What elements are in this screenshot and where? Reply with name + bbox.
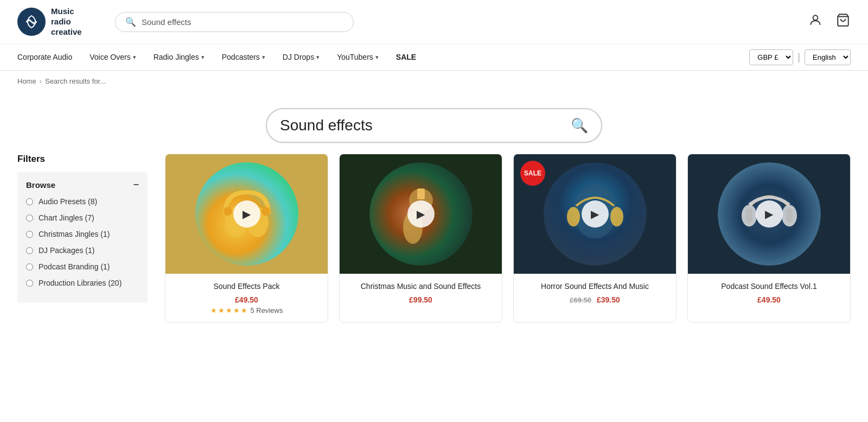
product-name-2: Christmas Music and Sound Effects [347,281,494,292]
chevron-down-icon: ▾ [262,54,265,61]
filter-radio-christmas-jingles[interactable] [26,231,33,238]
logo-text: Music radio creative [51,7,82,37]
svg-rect-10 [417,188,425,199]
svg-point-14 [567,207,580,226]
chevron-down-icon: ▾ [201,54,205,61]
product-image-wrap-4: ▶ [688,154,850,274]
filter-christmas-jingles[interactable]: Christmas Jingles (1) [26,230,139,238]
product-card-4[interactable]: ▶ Podcast Sound Effects Vol.1 £49.50 [687,154,851,323]
hero-search-bar[interactable]: 🔍 [266,108,602,143]
nav-podcasters[interactable]: Podcasters ▾ [222,44,265,70]
header-search-input[interactable] [142,17,343,27]
nav-youtubers[interactable]: YouTubers ▾ [337,44,379,70]
svg-point-15 [610,207,623,226]
filter-label-dj-packages: DJ Packages (1) [39,246,94,255]
svg-rect-19 [746,209,752,223]
play-button-3[interactable]: ▶ [582,200,609,228]
search-hero: 🔍 [0,92,868,154]
browse-label: Browse [26,180,55,190]
filter-dj-packages[interactable]: DJ Packages (1) [26,246,139,255]
nav-divider: | [797,52,800,63]
star-icon: ★ [233,306,240,314]
nav-right: GBP £ USD $ EUR € | English French [749,49,851,65]
logo[interactable]: Music radio creative [17,7,104,37]
nav-corporate-audio[interactable]: Corporate Audio [17,44,72,70]
filter-radio-audio-presets[interactable] [26,198,33,205]
filter-radio-podcast-branding[interactable] [26,263,33,270]
star-icon: ★ [218,306,225,314]
nav-dj-drops[interactable]: DJ Drops ▾ [283,44,320,70]
product-name-3: Horror Sound Effects And Music [521,281,668,292]
filter-chart-jingles[interactable]: Chart Jingles (7) [26,213,139,222]
nav-radio-jingles[interactable]: Radio Jingles ▾ [154,44,205,70]
logo-icon [17,8,46,36]
chevron-down-icon: ▾ [316,54,320,61]
filter-radio-production-libraries[interactable] [26,280,33,287]
breadcrumb-current: Search results for... [45,77,106,85]
product-sale-price-3: £39.50 [597,295,620,304]
filter-radio-dj-packages[interactable] [26,247,33,254]
svg-point-5 [224,207,232,216]
browse-header: Browse − [26,180,139,190]
star-icon: ★ [241,306,247,314]
content-area: Filters Browse − Audio Presets (8) Chart… [0,154,868,344]
breadcrumb-home[interactable]: Home [17,77,36,85]
header: Music radio creative 🔍 [0,0,868,44]
product-info-2: Christmas Music and Sound Effects £99.50 [340,274,502,314]
product-info-4: Podcast Sound Effects Vol.1 £49.50 [688,274,850,314]
collapse-browse-button[interactable]: − [133,180,139,190]
svg-point-0 [813,15,818,20]
product-image-wrap-3: SALE [514,154,676,274]
star-icon: ★ [226,306,232,314]
product-price-4: £49.50 [695,295,843,304]
filter-podcast-branding[interactable]: Podcast Branding (1) [26,262,139,271]
products-main: ▶ Sound Effects Pack £49.50 ★ ★ ★ ★ ★ 5 … [165,154,851,323]
product-info-1: Sound Effects Pack £49.50 ★ ★ ★ ★ ★ 5 Re… [165,274,328,322]
chevron-down-icon: ▾ [375,54,379,61]
header-search-icon: 🔍 [125,17,136,27]
navigation: Corporate Audio Voice Overs ▾ Radio Jing… [0,44,868,71]
nav-sale[interactable]: SALE [396,44,416,70]
chevron-down-icon: ▾ [133,54,136,61]
product-price-1: £49.50 [173,295,320,304]
reviews-count-1: 5 Reviews [251,306,283,314]
language-select[interactable]: English French [805,49,851,65]
svg-rect-20 [786,209,793,223]
hero-search-input[interactable] [280,117,563,134]
header-search-bar[interactable]: 🔍 [115,12,354,32]
product-card-3[interactable]: SALE [513,154,676,323]
product-image-wrap-2: ▶ [340,154,502,274]
filter-production-libraries[interactable]: Production Libraries (20) [26,279,139,287]
filter-label-chart-jingles: Chart Jingles (7) [39,213,94,222]
filter-label-audio-presets: Audio Presets (8) [39,197,97,206]
filters-title: Filters [17,154,148,165]
svg-point-6 [261,207,270,216]
product-price-2: £99.50 [347,295,494,304]
filter-label-christmas-jingles: Christmas Jingles (1) [39,230,110,238]
product-name-4: Podcast Sound Effects Vol.1 [695,281,843,292]
play-button-1[interactable]: ▶ [233,200,260,228]
product-info-3: Horror Sound Effects And Music £69.50 £3… [514,274,676,314]
sale-badge-3: SALE [520,161,545,186]
currency-select[interactable]: GBP £ USD $ EUR € [749,49,793,65]
filter-label-podcast-branding: Podcast Branding (1) [39,262,110,271]
breadcrumb: Home › Search results for... [0,71,868,92]
play-button-4[interactable]: ▶ [756,200,783,228]
product-image-wrap-1: ▶ [165,154,328,274]
filter-radio-chart-jingles[interactable] [26,215,33,222]
product-card-1[interactable]: ▶ Sound Effects Pack £49.50 ★ ★ ★ ★ ★ 5 … [165,154,328,323]
product-price-3: £69.50 £39.50 [521,295,668,304]
user-icon[interactable] [808,13,822,30]
hero-search-icon[interactable]: 🔍 [571,117,588,134]
product-stars-1: ★ ★ ★ ★ ★ 5 Reviews [173,306,320,314]
breadcrumb-separator: › [40,77,42,85]
filter-audio-presets[interactable]: Audio Presets (8) [26,197,139,206]
product-name-1: Sound Effects Pack [173,281,320,292]
product-original-price-3: £69.50 [570,296,591,304]
filter-label-production-libraries: Production Libraries (20) [39,279,122,287]
product-card-2[interactable]: ▶ Christmas Music and Sound Effects £99.… [339,154,502,323]
products-grid: ▶ Sound Effects Pack £49.50 ★ ★ ★ ★ ★ 5 … [165,154,851,323]
play-button-2[interactable]: ▶ [407,200,435,228]
nav-voice-overs[interactable]: Voice Overs ▾ [90,44,136,70]
cart-icon[interactable] [835,13,851,30]
